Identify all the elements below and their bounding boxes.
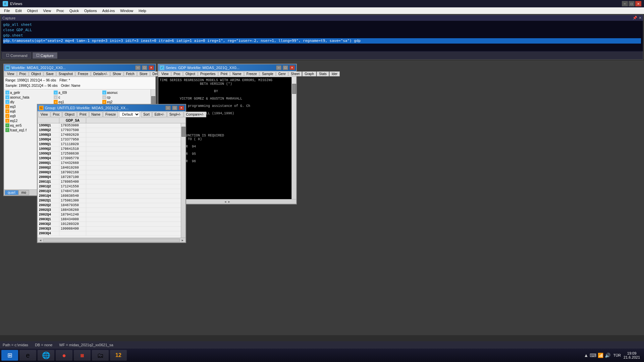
sr-btn-proc[interactable]: Proc — [171, 71, 183, 76]
table-row[interactable]: 1998Q4 173377950 — [38, 137, 181, 142]
sr-btn-genr[interactable]: Genr — [276, 71, 288, 76]
wf-btn-store[interactable]: Store — [137, 71, 150, 76]
grp-btn-compare[interactable]: Compare+/- — [184, 112, 206, 117]
table-row[interactable]: 2000Q2 184019260 — [38, 166, 181, 170]
wf-tab-mo[interactable]: mo — [18, 190, 29, 195]
taskbar-chrome[interactable]: ● — [56, 350, 72, 361]
maximize-button[interactable]: □ — [629, 1, 635, 6]
table-row[interactable]: 1999Q2 170641510 — [38, 147, 181, 152]
capture-line-1[interactable]: gdp_all sheet — [3, 22, 641, 27]
table-row[interactable]: 2003Q2 191289320 — [38, 222, 181, 227]
table-row[interactable]: 1998Q1 178353980 — [38, 123, 181, 128]
wf-btn-view[interactable]: View — [5, 71, 17, 76]
sr-btn-sample[interactable]: Sample — [260, 71, 276, 76]
wf-btn-fetch[interactable]: Fetch — [124, 71, 137, 76]
table-row[interactable]: 2000Q4 187287190 — [38, 175, 181, 180]
grp-btn-proc[interactable]: Proc — [51, 112, 62, 117]
group-vscroll[interactable] — [181, 123, 185, 238]
menu-edit[interactable]: Edit — [13, 7, 24, 14]
capture-pin[interactable]: 📌 — [633, 16, 637, 20]
wf-item-c[interactable]: cc — [53, 95, 101, 100]
menu-window[interactable]: Window — [117, 7, 136, 14]
sr-btn-ider[interactable]: Ider — [329, 71, 340, 76]
capture-line-3[interactable]: gdp.sheet — [3, 33, 641, 38]
table-row[interactable]: 2001Q3 174847160 — [38, 189, 181, 194]
capture-line-2[interactable]: close GDP_ALL — [3, 27, 641, 33]
wf-item-asonuc_hata[interactable]: sasonuc_hata — [5, 95, 53, 100]
grp-btn-view[interactable]: View — [38, 112, 50, 117]
group-maximize[interactable]: □ — [172, 106, 177, 110]
wf-item-a_gelir[interactable]: sa_gelir — [5, 90, 53, 95]
sr-btn-object[interactable]: Object — [183, 71, 198, 76]
grp-btn-smpl[interactable]: Smpl+/- — [167, 112, 183, 117]
sr-btn-properties[interactable]: Properties — [198, 71, 218, 76]
series-maximize[interactable]: □ — [283, 65, 288, 70]
table-row[interactable]: 1998Q2 177037590 — [38, 128, 181, 133]
start-button[interactable]: ⊞ — [1, 350, 18, 361]
capture-line-4[interactable]: gdp.tramoseats(opt="seats=2 mq=4 lam=-1 … — [3, 38, 641, 44]
workfile-maximize[interactable]: □ — [142, 65, 147, 70]
taskbar-ie[interactable]: e — [19, 350, 36, 361]
group-hscroll[interactable]: ◄ ► — [38, 238, 185, 242]
grp-btn-sort[interactable]: Sort — [141, 112, 152, 117]
menu-addins[interactable]: Add-ins — [100, 7, 117, 14]
taskbar-edge[interactable]: 🌐 — [38, 350, 54, 361]
menu-view[interactable]: View — [41, 7, 54, 14]
table-row[interactable]: 2003Q4 — [38, 231, 181, 236]
sr-btn-stats[interactable]: Stats — [317, 71, 329, 76]
wf-item-asonuc[interactable]: sasonuc — [102, 90, 150, 95]
wf-item-eq2[interactable]: eeq2 — [102, 100, 150, 104]
table-row[interactable]: 1999Q4 173995770 — [38, 156, 181, 161]
capture-close[interactable]: ✕ — [639, 16, 642, 20]
grp-btn-object[interactable]: Object — [62, 112, 77, 117]
sr-btn-view[interactable]: View — [159, 71, 171, 76]
grp-dropdown-default[interactable]: Default — [119, 112, 140, 117]
close-button[interactable]: ✕ — [635, 1, 641, 6]
taskbar-12[interactable]: 12 — [110, 350, 127, 361]
wf-tab-quart[interactable]: quart — [5, 190, 18, 195]
wf-item-eq1[interactable]: eeq1 — [53, 100, 101, 104]
tab-capture[interactable]: ☐ Capture — [33, 52, 57, 59]
tray-arrow[interactable]: ▲ — [584, 353, 589, 358]
table-row[interactable]: 2001Q2 171241550 — [38, 184, 181, 189]
wf-item-cp[interactable]: ccp — [102, 95, 150, 100]
table-row[interactable]: 1999Q1 171118920 — [38, 142, 181, 147]
wf-btn-proc[interactable]: Proc — [17, 71, 29, 76]
workfile-minimize[interactable]: − — [135, 65, 141, 70]
menu-object[interactable]: Object — [24, 7, 41, 14]
table-row[interactable]: 2000Q3 187992160 — [38, 170, 181, 175]
sr-btn-name[interactable]: Name — [230, 71, 244, 76]
menu-proc[interactable]: Proc — [54, 7, 67, 14]
table-row[interactable]: 2001Q4 169838540 — [38, 194, 181, 198]
menu-help[interactable]: Help — [136, 7, 149, 14]
menu-options[interactable]: Options — [82, 7, 100, 14]
table-row[interactable]: 2002Q4 187941240 — [38, 213, 181, 217]
grp-btn-edit[interactable]: Edit+/- — [152, 112, 167, 117]
series-close[interactable]: ✕ — [289, 65, 295, 70]
table-row[interactable]: 2002Q3 188436260 — [38, 208, 181, 213]
grp-btn-print[interactable]: Print — [77, 112, 89, 117]
wf-btn-show[interactable]: Show — [110, 71, 123, 76]
wf-btn-details[interactable]: Details+/- — [91, 71, 110, 76]
sr-btn-print[interactable]: Print — [218, 71, 230, 76]
grp-btn-freeze[interactable]: Freeze — [103, 112, 118, 117]
wf-item-dly[interactable]: sdly — [5, 100, 53, 104]
taskbar-red[interactable]: ■ — [74, 350, 91, 361]
wf-btn-save[interactable]: Save — [44, 71, 56, 76]
workfile-close[interactable]: ✕ — [149, 65, 154, 70]
series-minimize[interactable]: − — [276, 65, 281, 70]
table-row[interactable]: 1998Q3 174892620 — [38, 133, 181, 137]
grp-btn-name[interactable]: Name — [89, 112, 103, 117]
wf-btn-object[interactable]: Object — [29, 71, 43, 76]
sr-btn-sheet[interactable]: Sheet — [288, 71, 302, 76]
table-row[interactable]: 2002Q1 175981300 — [38, 198, 181, 203]
wf-btn-freeze[interactable]: Freeze — [75, 71, 91, 76]
menu-file[interactable]: File — [1, 7, 13, 14]
series-vscroll[interactable] — [291, 77, 296, 199]
minimize-button[interactable]: − — [622, 1, 628, 6]
group-minimize[interactable]: − — [165, 106, 171, 110]
menu-quick[interactable]: Quick — [67, 7, 82, 14]
sr-btn-graph[interactable]: Graph — [302, 71, 316, 76]
group-close[interactable]: ✕ — [179, 106, 184, 110]
sr-btn-freeze[interactable]: Freeze — [244, 71, 259, 76]
